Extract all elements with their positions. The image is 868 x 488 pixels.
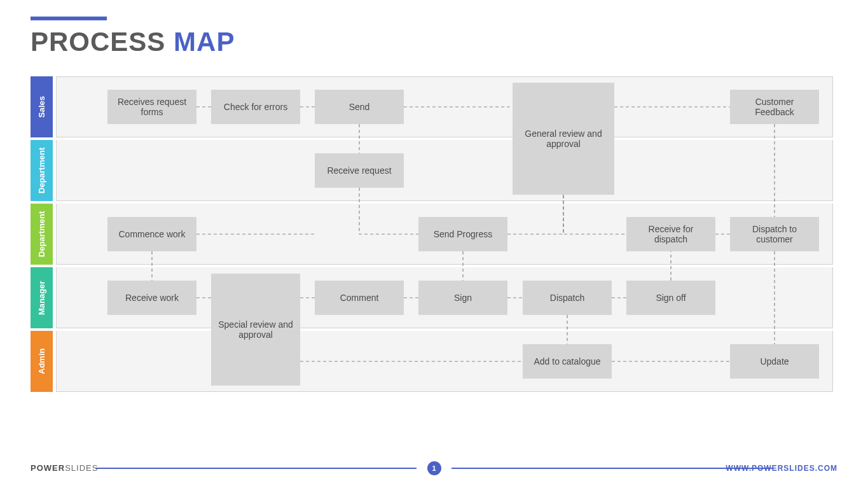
process-box-customer: Customer Feedback [730, 90, 819, 124]
lane-label-sales: Sales [31, 76, 53, 137]
footer-brand-1: POWER [31, 463, 65, 473]
process-box-dispcust: Dispatch to customer [730, 217, 819, 251]
lane-label-dept1: Department [31, 140, 53, 201]
process-box-signoff: Sign off [626, 281, 715, 315]
process-box-dispatch: Dispatch [523, 281, 612, 315]
footer-line-right [451, 468, 773, 469]
footer-brand: POWERSLIDES [31, 463, 98, 473]
process-box-special: Special review and approval [211, 274, 300, 386]
process-box-receives: Receives request forms [107, 90, 196, 124]
lane-area-admin [56, 331, 833, 392]
slide-title: PROCESS MAP [31, 27, 235, 57]
process-box-update: Update [730, 344, 819, 379]
process-box-receivereq: Receive request [315, 153, 404, 188]
lane-area-dept1 [56, 140, 833, 201]
process-box-commence: Commence work [107, 217, 196, 251]
process-box-comment: Comment [315, 281, 404, 315]
lane-label-admin: Admin [31, 331, 53, 392]
process-box-check: Check for errors [211, 90, 300, 124]
lane-label-manager: Manager [31, 267, 53, 328]
process-box-recdisp: Receive for dispatch [626, 217, 715, 251]
title-part-2: MAP [174, 27, 235, 57]
page-number-badge: 1 [427, 461, 441, 475]
process-box-recwork: Receive work [107, 281, 196, 315]
process-box-sign: Sign [418, 281, 507, 315]
footer-brand-2: SLIDES [65, 463, 98, 473]
footer-url: WWW.POWERSLIDES.COM [726, 464, 837, 473]
lane-label-dept2: Department [31, 204, 53, 265]
process-box-send: Send [315, 90, 404, 124]
title-accent-bar [31, 17, 107, 20]
process-box-addcat: Add to catalogue [523, 344, 612, 379]
slide: PROCESS MAP SalesDepartmentDepartmentMan… [0, 0, 868, 488]
footer-line-left [95, 468, 417, 469]
title-part-1: PROCESS [31, 27, 165, 57]
process-box-general: General review and approval [513, 83, 614, 195]
process-box-sendprog: Send Progress [418, 217, 507, 251]
